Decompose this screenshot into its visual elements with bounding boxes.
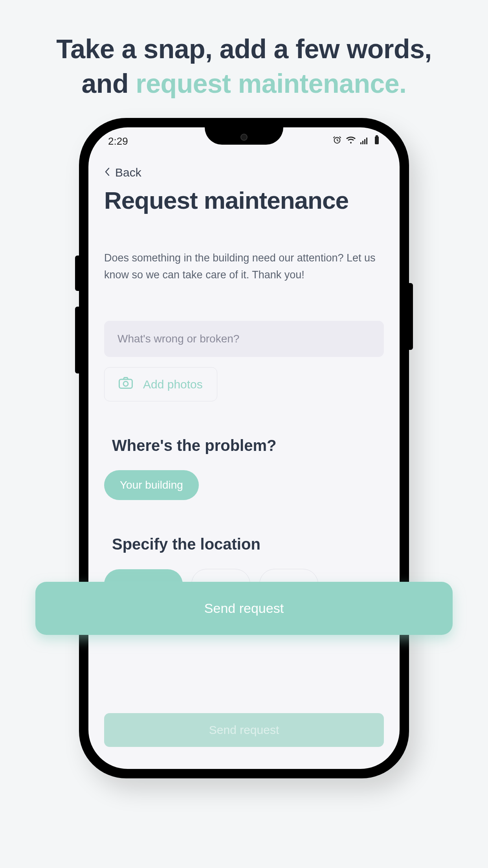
headline-line2-prefix: and — [82, 68, 136, 98]
status-time: 2:29 — [108, 135, 128, 147]
camera-icon — [119, 377, 133, 392]
send-request-label-inner: Send request — [209, 723, 279, 736]
page-title: Request maintenance — [104, 186, 384, 214]
chevron-left-icon — [104, 166, 110, 179]
svg-rect-3 — [364, 139, 365, 144]
svg-rect-2 — [362, 141, 363, 144]
status-icons — [333, 135, 380, 147]
where-heading: Where's the problem? — [104, 437, 384, 454]
specify-heading: Specify the location — [104, 535, 384, 553]
svg-rect-1 — [360, 142, 361, 144]
phone-notch — [205, 127, 283, 145]
phone-power-button — [409, 283, 413, 350]
add-photos-label: Add photos — [143, 378, 203, 391]
back-button[interactable]: Back — [104, 166, 384, 179]
add-photos-button[interactable]: Add photos — [104, 367, 217, 401]
svg-rect-5 — [375, 136, 379, 144]
svg-rect-4 — [366, 138, 367, 144]
issue-placeholder: What's wrong or broken? — [117, 333, 239, 345]
phone-camera-dot — [240, 134, 248, 141]
phone-frame: 2:29 Back — [79, 118, 409, 778]
issue-input[interactable]: What's wrong or broken? — [104, 321, 384, 357]
intro-text: Does something in the building need our … — [104, 250, 384, 283]
marketing-headline: Take a snap, add a few words, and reques… — [0, 31, 488, 101]
signal-icon — [360, 136, 369, 147]
alarm-icon — [333, 136, 341, 147]
location-pill-label: Your building — [120, 479, 183, 491]
wifi-icon — [346, 136, 356, 147]
send-request-label-overlay: Send request — [204, 601, 284, 616]
app-content: Back Request maintenance Does something … — [88, 163, 400, 769]
svg-rect-6 — [376, 135, 378, 136]
svg-rect-7 — [119, 379, 132, 388]
send-request-button-inner[interactable]: Send request — [104, 713, 384, 747]
svg-point-8 — [123, 382, 128, 386]
headline-line1: Take a snap, add a few words, — [56, 34, 431, 64]
phone-screen: 2:29 Back — [88, 127, 400, 769]
location-pill-selected[interactable]: Your building — [104, 470, 199, 500]
battery-icon — [374, 135, 380, 147]
headline-line2-accent: request maintenance. — [136, 68, 406, 98]
back-label: Back — [115, 166, 141, 179]
send-request-button-overlay[interactable]: Send request — [35, 582, 453, 635]
